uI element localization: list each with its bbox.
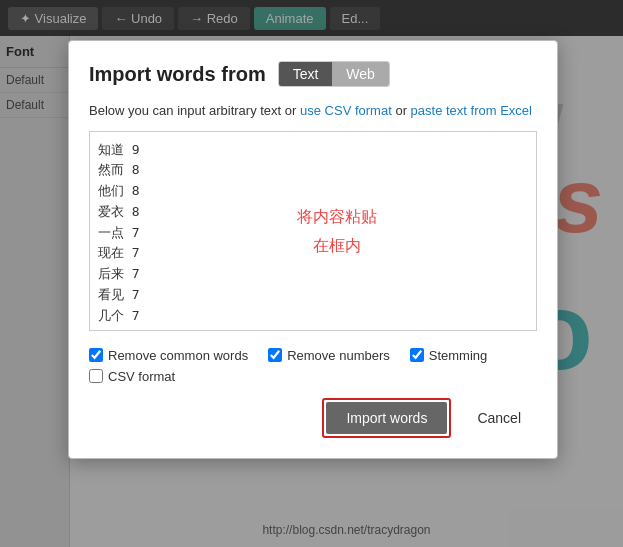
checkbox-stemming-input[interactable] <box>410 348 424 362</box>
modal-header: Import words from Text Web <box>89 61 537 87</box>
cancel-button[interactable]: Cancel <box>461 402 537 434</box>
checkbox-csv[interactable]: CSV format <box>89 369 175 384</box>
checkbox-csv-label: CSV format <box>108 369 175 384</box>
desc-pre: Below you can input arbitrary text or <box>89 103 296 118</box>
csv-format-link[interactable]: use CSV format <box>300 103 392 118</box>
text-input[interactable] <box>89 131 537 331</box>
excel-link[interactable]: Excel <box>500 103 532 118</box>
modal-footer: Import words Cancel <box>89 398 537 438</box>
checkbox-remove-common[interactable]: Remove common words <box>89 348 248 363</box>
modal-title: Import words from <box>89 63 266 86</box>
checkbox-remove-common-input[interactable] <box>89 348 103 362</box>
checkbox-csv-input[interactable] <box>89 369 103 383</box>
import-btn-wrapper: Import words <box>322 398 451 438</box>
import-words-button[interactable]: Import words <box>326 402 447 434</box>
tab-group: Text Web <box>278 61 390 87</box>
checkbox-remove-common-label: Remove common words <box>108 348 248 363</box>
checkbox-stemming[interactable]: Stemming <box>410 348 488 363</box>
checkbox-remove-numbers-label: Remove numbers <box>287 348 390 363</box>
checkbox-stemming-label: Stemming <box>429 348 488 363</box>
checkbox-remove-numbers-input[interactable] <box>268 348 282 362</box>
tab-web[interactable]: Web <box>332 62 389 86</box>
import-words-modal: Import words from Text Web Below you can… <box>68 40 558 459</box>
checkbox-remove-numbers[interactable]: Remove numbers <box>268 348 390 363</box>
tab-text[interactable]: Text <box>279 62 333 86</box>
checkboxes-row: Remove common words Remove numbers Stemm… <box>89 348 537 384</box>
textarea-wrapper: 将内容粘贴在框内 <box>89 131 537 334</box>
paste-link[interactable]: paste text from <box>411 103 497 118</box>
desc-mid: or <box>395 103 407 118</box>
modal-description: Below you can input arbitrary text or us… <box>89 101 537 121</box>
